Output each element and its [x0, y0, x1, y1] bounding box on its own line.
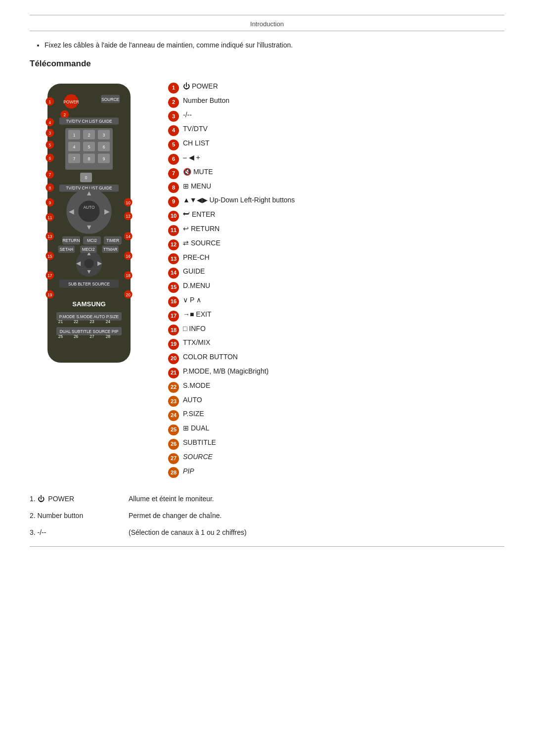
svg-text:6: 6: [103, 144, 105, 149]
svg-text:◀: ◀: [76, 260, 81, 267]
legend-item-28: 28 PIP: [168, 466, 504, 477]
legend-num-3: 3: [168, 111, 179, 122]
legend-item-25: 25 ⊞ DUAL: [168, 423, 504, 434]
svg-text:SOURCE: SOURCE: [101, 97, 119, 102]
legend-item-19: 19 TTX/MIX: [168, 337, 504, 349]
legend-item-3: 3 -/--: [168, 109, 504, 121]
svg-text:SUB BLTER SOURCE: SUB BLTER SOURCE: [68, 282, 110, 286]
desc-value-2: Permet de changer de chaîne.: [129, 512, 222, 520]
bullet-item: Fixez les câbles à l'aide de l'anneau de…: [44, 41, 504, 49]
legend-item-20: 20 COLOR BUTTON: [168, 351, 504, 363]
legend-num-28: 28: [168, 467, 179, 478]
svg-text:▶: ▶: [97, 260, 102, 267]
svg-text:24: 24: [106, 319, 111, 324]
legend-item-7: 7 🔇 MUTE: [168, 166, 504, 178]
legend-text-8: ⊞ MENU: [183, 181, 211, 191]
svg-text:10: 10: [126, 200, 131, 205]
legend-num-7: 7: [168, 168, 179, 179]
legend-text-4: TV/DTV: [183, 123, 208, 134]
legend-num-15: 15: [168, 282, 179, 293]
legend-num-11: 11: [168, 225, 179, 236]
legend-text-22: S.MODE: [183, 380, 210, 391]
desc-value-3: (Sélection de canaux à 1 ou 2 chiffres): [129, 528, 247, 536]
svg-text:16: 16: [126, 254, 131, 259]
legend-text-2: Number Button: [183, 95, 229, 106]
svg-text:9: 9: [48, 200, 51, 205]
svg-text:21: 21: [58, 319, 63, 324]
legend-num-18: 18: [168, 325, 179, 335]
svg-text:TV/DTV  CH LIST  GUIDE: TV/DTV CH LIST GUIDE: [66, 119, 112, 124]
svg-text:SETAH: SETAH: [60, 247, 73, 252]
svg-text:23: 23: [89, 319, 94, 324]
legend-num-10: 10: [168, 211, 179, 222]
svg-text:RETURN: RETURN: [63, 238, 80, 243]
svg-text:17: 17: [47, 273, 52, 278]
legend-item-16: 16 ∨ P ∧: [168, 294, 504, 306]
header-title: Introduction: [250, 20, 284, 28]
legend-num-1: 1: [168, 83, 179, 94]
svg-text:6: 6: [48, 156, 51, 161]
svg-text:SAMSUNG: SAMSUNG: [72, 300, 105, 308]
desc-label-1: 1. ⏻ POWER: [30, 495, 129, 503]
legend-num-4: 4: [168, 125, 179, 136]
svg-text:MCI2: MCI2: [87, 238, 97, 243]
svg-text:15: 15: [47, 254, 52, 259]
svg-text:28: 28: [106, 334, 111, 339]
legend-text-3: -/--: [183, 109, 192, 120]
legend-num-17: 17: [168, 311, 179, 322]
legend-item-18: 18 □ INFO: [168, 323, 504, 335]
legend-item-21: 21 P.MODE, M/B (MagicBright): [168, 366, 504, 378]
legend-text-19: TTX/MIX: [183, 337, 210, 348]
desc-item-1: 1. ⏻ POWER Allume et éteint le moniteur.: [30, 495, 504, 503]
svg-text:27: 27: [89, 334, 94, 339]
legend-item-26: 26 SUBTITLE: [168, 437, 504, 449]
legend-num-12: 12: [168, 239, 179, 250]
legend-text-9: ▲▼◀▶ Up-Down Left-Right buttons: [183, 194, 295, 205]
svg-text:12: 12: [126, 214, 131, 219]
section-title: Télécommande: [30, 59, 504, 69]
legend-item-15: 15 D.MENU: [168, 280, 504, 292]
top-rule: [30, 15, 504, 15]
svg-text:20: 20: [126, 292, 131, 297]
legend-item-17: 17 →■ EXIT: [168, 309, 504, 321]
legend-num-9: 9: [168, 196, 179, 207]
legend-text-26: SUBTITLE: [183, 437, 216, 448]
svg-text:2: 2: [88, 133, 90, 138]
legend-num-16: 16: [168, 296, 179, 307]
page-container: Introduction Fixez les câbles à l'aide d…: [0, 0, 534, 562]
legend-num-2: 2: [168, 97, 179, 108]
legend-text-21: P.MODE, M/B (MagicBright): [183, 366, 268, 377]
descriptions: 1. ⏻ POWER Allume et éteint le moniteur.…: [30, 495, 504, 536]
legend-item-6: 6 – ◀ +: [168, 152, 504, 164]
svg-text:TTMAR: TTMAR: [103, 247, 118, 252]
svg-text:4: 4: [48, 120, 51, 125]
legend-num-6: 6: [168, 154, 179, 165]
remote-container: POWER SOURCE 1 2 TV/DTV CH LIST GUIDE 4: [30, 81, 148, 367]
legend-num-21: 21: [168, 368, 179, 378]
legend-item-9: 9 ▲▼◀▶ Up-Down Left-Right buttons: [168, 194, 504, 206]
legend-num-13: 13: [168, 253, 179, 264]
legend-text-5: CH LIST: [183, 138, 210, 148]
legend-text-17: →■ EXIT: [183, 309, 211, 320]
rule-below-header: [30, 31, 504, 31]
legend-num-5: 5: [168, 140, 179, 150]
svg-text:▶: ▶: [104, 207, 110, 215]
legend-text-18: □ INFO: [183, 323, 206, 334]
svg-text:TIMER: TIMER: [106, 238, 119, 243]
svg-text:DUAL  SUBTITLE  SOURCE  PIP: DUAL SUBTITLE SOURCE PIP: [60, 329, 119, 334]
legend-item-1: 1 ⏻ POWER: [168, 81, 504, 93]
svg-text:13: 13: [47, 234, 52, 239]
legend-text-1: ⏻ POWER: [183, 81, 218, 92]
legend-item-11: 11 ↩ RETURN: [168, 223, 504, 235]
svg-text:AUTO: AUTO: [83, 205, 95, 210]
legend-text-12: ⇄ SOURCE: [183, 237, 221, 248]
legend-num-24: 24: [168, 410, 179, 421]
desc-item-2: 2. Number button Permet de changer de ch…: [30, 512, 504, 520]
legend-text-20: COLOR BUTTON: [183, 351, 238, 362]
svg-text:2: 2: [63, 112, 66, 117]
legend-num-20: 20: [168, 353, 179, 364]
svg-text:9: 9: [103, 156, 105, 161]
svg-text:4: 4: [73, 144, 76, 149]
svg-text:◀: ◀: [69, 207, 74, 215]
legend-text-16: ∨ P ∧: [183, 294, 201, 305]
